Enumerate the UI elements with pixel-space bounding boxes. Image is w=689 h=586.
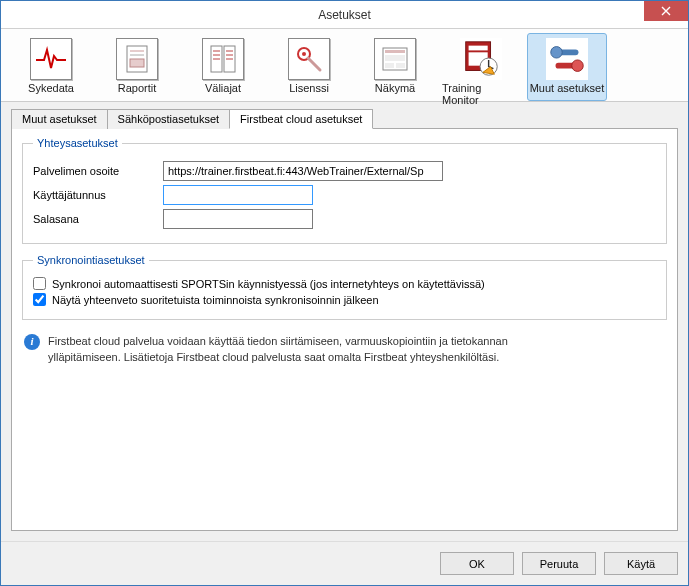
toolbar-valiajat[interactable]: Väliajat [183, 33, 263, 101]
input-salasana[interactable] [163, 209, 313, 229]
fieldset-yhteysasetukset: Yhteysasetukset Palvelimen osoite Käyttä… [22, 137, 667, 244]
legend-yhteysasetukset: Yhteysasetukset [33, 137, 122, 149]
content-area: Muut asetukset Sähköpostiasetukset First… [1, 102, 688, 541]
toolbar-label: Näkymä [375, 82, 415, 94]
checkbox-nayta-yhteenveto[interactable] [33, 293, 46, 306]
settings-window: Asetukset Sykedata Raportit Väliajat Lis… [0, 0, 689, 586]
svg-rect-16 [385, 50, 405, 53]
tab-firstbeat-cloud[interactable]: Firstbeat cloud asetukset [229, 109, 373, 129]
cancel-button[interactable]: Peruuta [522, 552, 596, 575]
svg-point-25 [551, 47, 562, 58]
info-text: Firstbeat cloud palvelua voidaan käyttää… [48, 334, 528, 366]
svg-rect-19 [396, 63, 405, 68]
label-salasana: Salasana [33, 213, 163, 225]
label-nayta-yhteenveto: Näytä yhteenveto suoritetuista toiminnoi… [52, 294, 379, 306]
toolbar-label: Lisenssi [289, 82, 329, 94]
tabpanel-firstbeat-cloud: Yhteysasetukset Palvelimen osoite Käyttä… [11, 128, 678, 531]
key-icon [292, 42, 326, 76]
svg-rect-21 [469, 46, 488, 51]
toolbar: Sykedata Raportit Väliajat Lisenssi Näky… [1, 29, 688, 102]
ok-button[interactable]: OK [440, 552, 514, 575]
titlebar: Asetukset [1, 1, 688, 29]
legend-synkronointiasetukset: Synkronointiasetukset [33, 254, 149, 266]
report-icon [120, 42, 154, 76]
toolbar-label: Väliajat [205, 82, 241, 94]
info-icon: i [24, 334, 40, 350]
apply-button[interactable]: Käytä [604, 552, 678, 575]
checkbox-synkronoi-auto[interactable] [33, 277, 46, 290]
view-icon [378, 42, 412, 76]
svg-rect-3 [130, 59, 144, 67]
label-palvelimen-osoite: Palvelimen osoite [33, 165, 163, 177]
svg-point-27 [572, 60, 583, 71]
toolbar-muut-asetukset[interactable]: Muut asetukset [527, 33, 607, 101]
toolbar-label: Sykedata [28, 82, 74, 94]
toolbar-lisenssi[interactable]: Lisenssi [269, 33, 349, 101]
toolbar-sykedata[interactable]: Sykedata [11, 33, 91, 101]
svg-point-13 [302, 52, 306, 56]
svg-line-14 [308, 58, 320, 70]
tab-sahkopostiasetukset[interactable]: Sähköpostiasetukset [107, 109, 231, 129]
label-kayttajatunnus: Käyttäjätunnus [33, 189, 163, 201]
toolbar-nakyma[interactable]: Näkymä [355, 33, 435, 101]
heartrate-icon [34, 42, 68, 76]
toolbar-label: Raportit [118, 82, 157, 94]
window-title: Asetukset [318, 8, 371, 22]
close-button[interactable] [644, 1, 688, 21]
toolbar-raportit[interactable]: Raportit [97, 33, 177, 101]
input-palvelimen-osoite[interactable] [163, 161, 443, 181]
toolbar-label: Muut asetukset [530, 82, 605, 94]
monitor-icon [460, 37, 502, 81]
splits-icon [206, 42, 240, 76]
svg-rect-18 [385, 63, 394, 68]
tabstrip: Muut asetukset Sähköpostiasetukset First… [11, 108, 678, 128]
fieldset-synkronointiasetukset: Synkronointiasetukset Synkronoi automaat… [22, 254, 667, 320]
close-icon [661, 6, 671, 16]
input-kayttajatunnus[interactable] [163, 185, 313, 205]
dialog-buttons: OK Peruuta Käytä [1, 541, 688, 585]
info-row: i Firstbeat cloud palvelua voidaan käytt… [22, 330, 667, 366]
svg-rect-17 [385, 55, 405, 61]
tab-muut-asetukset[interactable]: Muut asetukset [11, 109, 108, 129]
label-synkronoi-auto: Synkronoi automaattisesti SPORTSin käynn… [52, 278, 485, 290]
settings-icon [546, 37, 588, 81]
toolbar-training-monitor[interactable]: Training Monitor [441, 33, 521, 101]
